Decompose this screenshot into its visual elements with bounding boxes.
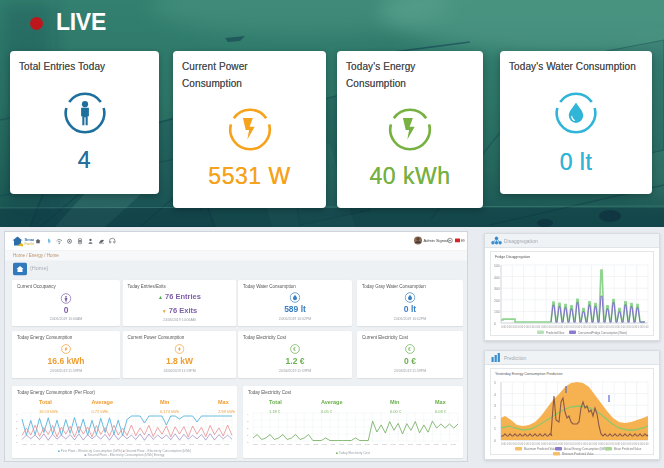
svg-text:0:00: 0:00 — [66, 443, 71, 446]
svg-text:Mean Predicted Value: Mean Predicted Value — [614, 447, 642, 451]
svg-text:0:00: 0:00 — [644, 442, 650, 446]
svg-text:0:00: 0:00 — [391, 443, 396, 446]
svg-text:2: 2 — [16, 427, 18, 430]
svg-text:0:00: 0:00 — [207, 443, 212, 446]
svg-text:0:00: 0:00 — [442, 443, 447, 446]
svg-text:2: 2 — [494, 416, 496, 420]
svg-text:1: 1 — [247, 434, 249, 437]
svg-text:Smart: Smart — [25, 237, 35, 242]
svg-text:0:00: 0:00 — [224, 443, 229, 446]
svg-text:5: 5 — [494, 381, 496, 385]
svg-text:0:00: 0:00 — [40, 443, 45, 446]
svg-text:0:00: 0:00 — [75, 443, 80, 446]
svg-text:0:00: 0:00 — [84, 443, 89, 446]
svg-text:100: 100 — [494, 310, 500, 314]
svg-text:Minimum Predicted Value: Minimum Predicted Value — [562, 452, 594, 456]
svg-text:0:00: 0:00 — [101, 443, 106, 446]
svg-text:4: 4 — [494, 393, 496, 397]
svg-text:200: 200 — [494, 299, 500, 303]
svg-text:0:00: 0:00 — [154, 443, 159, 446]
svg-text:1: 1 — [16, 434, 18, 437]
svg-text:Actual Energy Consumption (kWh: Actual Energy Consumption (kWh) — [564, 447, 607, 451]
svg-text:EN: EN — [461, 239, 465, 243]
svg-text:0:00: 0:00 — [189, 443, 194, 446]
svg-text:4: 4 — [16, 413, 18, 416]
svg-text:0:00: 0:00 — [22, 443, 27, 446]
svg-text:3: 3 — [247, 420, 249, 423]
svg-text:0:00: 0:00 — [163, 443, 168, 446]
svg-text:0:00: 0:00 — [31, 443, 36, 446]
svg-text:0:00: 0:00 — [110, 443, 115, 446]
svg-text:0:00: 0:00 — [128, 443, 133, 446]
svg-text:0: 0 — [16, 441, 18, 444]
svg-text:0:00: 0:00 — [296, 443, 301, 446]
svg-text:0:00: 0:00 — [287, 443, 292, 446]
svg-text:Predicted New: Predicted New — [546, 331, 565, 335]
svg-text:0:00: 0:00 — [451, 443, 456, 446]
svg-text:0:00: 0:00 — [348, 443, 353, 446]
svg-text:0:00: 0:00 — [57, 443, 62, 446]
svg-text:0:00: 0:00 — [365, 443, 370, 446]
svg-text:0:00: 0:00 — [48, 443, 53, 446]
svg-text:300: 300 — [494, 287, 500, 291]
svg-text:Facility: Facility — [25, 242, 35, 246]
svg-text:0:00: 0:00 — [92, 443, 97, 446]
svg-text:0:00: 0:00 — [313, 443, 318, 446]
svg-text:0: 0 — [247, 441, 249, 444]
svg-text:0:00: 0:00 — [216, 443, 221, 446]
svg-text:0: 0 — [494, 439, 496, 443]
svg-text:0:00: 0:00 — [399, 443, 404, 446]
svg-text:0:00: 0:00 — [198, 443, 203, 446]
svg-text:3: 3 — [16, 420, 18, 423]
svg-text:€: € — [408, 347, 411, 352]
svg-text:0:00: 0:00 — [253, 443, 258, 446]
svg-text:0:00: 0:00 — [136, 443, 141, 446]
svg-text:0: 0 — [494, 322, 496, 326]
svg-text:0:00: 0:00 — [119, 443, 124, 446]
svg-text:0:00: 0:00 — [279, 443, 284, 446]
svg-text:0:00: 0:00 — [382, 443, 387, 446]
svg-text:0:00: 0:00 — [434, 443, 439, 446]
svg-text:0:00: 0:00 — [180, 443, 185, 446]
svg-text:1: 1 — [494, 427, 496, 431]
svg-text:500: 500 — [494, 264, 500, 268]
svg-text:0:00: 0:00 — [339, 443, 344, 446]
svg-text:0:00: 0:00 — [305, 443, 310, 446]
svg-text:0:00: 0:00 — [356, 443, 361, 446]
svg-text:Admin Signed: Admin Signed — [424, 238, 449, 243]
svg-text:0:00: 0:00 — [172, 443, 177, 446]
svg-text:0:00: 0:00 — [330, 443, 335, 446]
svg-text:4: 4 — [247, 413, 249, 416]
svg-text:0:00: 0:00 — [416, 443, 421, 446]
svg-text:0:00: 0:00 — [425, 443, 430, 446]
svg-text:0:00: 0:00 — [408, 443, 413, 446]
svg-text:2: 2 — [247, 427, 249, 430]
svg-text:0:00: 0:00 — [145, 443, 150, 446]
svg-text:0:00: 0:00 — [644, 325, 650, 329]
svg-text:0:00: 0:00 — [270, 443, 275, 446]
svg-text:400: 400 — [494, 276, 500, 280]
svg-text:€: € — [293, 347, 296, 352]
svg-text:3: 3 — [494, 404, 496, 408]
svg-text:0:00: 0:00 — [373, 443, 378, 446]
svg-text:0:00: 0:00 — [322, 443, 327, 446]
svg-text:Consumed/Fridge Consumption (W: Consumed/Fridge Consumption (Watts) — [578, 331, 627, 335]
svg-text:0:00: 0:00 — [262, 443, 267, 446]
svg-text:Maximum Predicted Value: Maximum Predicted Value — [524, 447, 557, 451]
